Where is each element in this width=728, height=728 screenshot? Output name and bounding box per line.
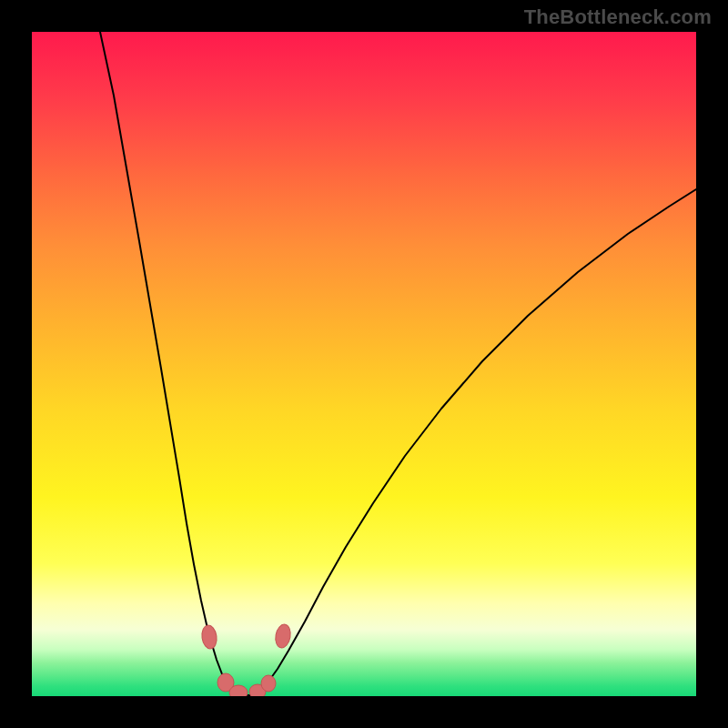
curve-markers bbox=[200, 623, 292, 696]
curve-marker bbox=[261, 675, 276, 692]
curve-layer bbox=[32, 32, 696, 696]
curve-marker bbox=[229, 685, 248, 696]
chart-frame: TheBottleneck.com bbox=[0, 0, 728, 728]
curve-marker bbox=[200, 624, 217, 650]
curve-marker bbox=[274, 623, 292, 649]
watermark-text: TheBottleneck.com bbox=[524, 5, 712, 29]
plot-area bbox=[32, 32, 696, 696]
bottleneck-curve bbox=[100, 32, 696, 695]
